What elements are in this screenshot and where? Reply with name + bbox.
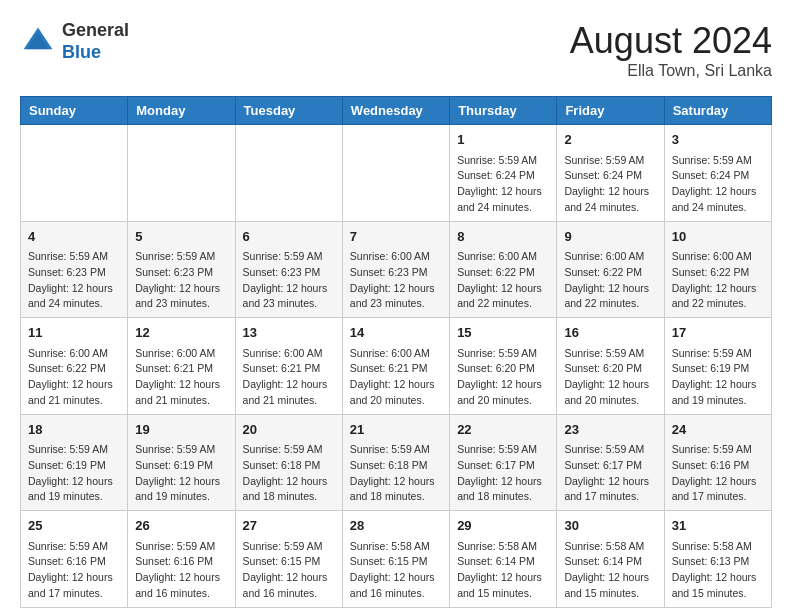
day-number: 26	[135, 516, 227, 536]
day-info: Sunrise: 5:59 AMSunset: 6:16 PMDaylight:…	[135, 539, 227, 602]
day-number: 3	[672, 130, 764, 150]
calendar-cell: 27Sunrise: 5:59 AMSunset: 6:15 PMDayligh…	[235, 511, 342, 608]
calendar-header-row: SundayMondayTuesdayWednesdayThursdayFrid…	[21, 97, 772, 125]
calendar-cell: 16Sunrise: 5:59 AMSunset: 6:20 PMDayligh…	[557, 318, 664, 415]
calendar-cell: 7Sunrise: 6:00 AMSunset: 6:23 PMDaylight…	[342, 221, 449, 318]
day-info: Sunrise: 6:00 AMSunset: 6:22 PMDaylight:…	[564, 249, 656, 312]
header-day-saturday: Saturday	[664, 97, 771, 125]
day-number: 10	[672, 227, 764, 247]
header-day-monday: Monday	[128, 97, 235, 125]
day-number: 8	[457, 227, 549, 247]
day-info: Sunrise: 6:00 AMSunset: 6:22 PMDaylight:…	[28, 346, 120, 409]
day-number: 19	[135, 420, 227, 440]
calendar-cell: 20Sunrise: 5:59 AMSunset: 6:18 PMDayligh…	[235, 414, 342, 511]
day-number: 29	[457, 516, 549, 536]
day-number: 22	[457, 420, 549, 440]
calendar-cell	[235, 125, 342, 222]
day-info: Sunrise: 5:59 AMSunset: 6:18 PMDaylight:…	[243, 442, 335, 505]
calendar-week-row: 18Sunrise: 5:59 AMSunset: 6:19 PMDayligh…	[21, 414, 772, 511]
header-day-thursday: Thursday	[450, 97, 557, 125]
day-number: 30	[564, 516, 656, 536]
calendar-cell: 14Sunrise: 6:00 AMSunset: 6:21 PMDayligh…	[342, 318, 449, 415]
day-info: Sunrise: 5:59 AMSunset: 6:23 PMDaylight:…	[135, 249, 227, 312]
day-info: Sunrise: 5:59 AMSunset: 6:15 PMDaylight:…	[243, 539, 335, 602]
day-info: Sunrise: 6:00 AMSunset: 6:21 PMDaylight:…	[135, 346, 227, 409]
day-info: Sunrise: 6:00 AMSunset: 6:21 PMDaylight:…	[350, 346, 442, 409]
day-info: Sunrise: 5:59 AMSunset: 6:24 PMDaylight:…	[457, 153, 549, 216]
day-number: 1	[457, 130, 549, 150]
day-info: Sunrise: 5:59 AMSunset: 6:19 PMDaylight:…	[135, 442, 227, 505]
calendar-cell: 22Sunrise: 5:59 AMSunset: 6:17 PMDayligh…	[450, 414, 557, 511]
calendar-week-row: 25Sunrise: 5:59 AMSunset: 6:16 PMDayligh…	[21, 511, 772, 608]
calendar-cell	[21, 125, 128, 222]
day-number: 16	[564, 323, 656, 343]
day-info: Sunrise: 6:00 AMSunset: 6:23 PMDaylight:…	[350, 249, 442, 312]
day-info: Sunrise: 5:59 AMSunset: 6:23 PMDaylight:…	[28, 249, 120, 312]
calendar-cell: 6Sunrise: 5:59 AMSunset: 6:23 PMDaylight…	[235, 221, 342, 318]
day-info: Sunrise: 5:59 AMSunset: 6:24 PMDaylight:…	[672, 153, 764, 216]
calendar-cell: 13Sunrise: 6:00 AMSunset: 6:21 PMDayligh…	[235, 318, 342, 415]
calendar-cell: 3Sunrise: 5:59 AMSunset: 6:24 PMDaylight…	[664, 125, 771, 222]
day-number: 13	[243, 323, 335, 343]
day-info: Sunrise: 5:58 AMSunset: 6:13 PMDaylight:…	[672, 539, 764, 602]
calendar-cell: 21Sunrise: 5:59 AMSunset: 6:18 PMDayligh…	[342, 414, 449, 511]
day-number: 25	[28, 516, 120, 536]
day-info: Sunrise: 5:59 AMSunset: 6:20 PMDaylight:…	[457, 346, 549, 409]
day-number: 28	[350, 516, 442, 536]
calendar-cell: 18Sunrise: 5:59 AMSunset: 6:19 PMDayligh…	[21, 414, 128, 511]
logo-text: General Blue	[62, 20, 129, 63]
calendar-cell: 23Sunrise: 5:59 AMSunset: 6:17 PMDayligh…	[557, 414, 664, 511]
day-number: 12	[135, 323, 227, 343]
calendar-cell: 26Sunrise: 5:59 AMSunset: 6:16 PMDayligh…	[128, 511, 235, 608]
day-info: Sunrise: 5:59 AMSunset: 6:23 PMDaylight:…	[243, 249, 335, 312]
day-info: Sunrise: 5:58 AMSunset: 6:15 PMDaylight:…	[350, 539, 442, 602]
calendar-week-row: 11Sunrise: 6:00 AMSunset: 6:22 PMDayligh…	[21, 318, 772, 415]
calendar-cell: 11Sunrise: 6:00 AMSunset: 6:22 PMDayligh…	[21, 318, 128, 415]
day-info: Sunrise: 5:59 AMSunset: 6:16 PMDaylight:…	[28, 539, 120, 602]
header-day-friday: Friday	[557, 97, 664, 125]
calendar-cell: 8Sunrise: 6:00 AMSunset: 6:22 PMDaylight…	[450, 221, 557, 318]
day-number: 20	[243, 420, 335, 440]
day-info: Sunrise: 6:00 AMSunset: 6:22 PMDaylight:…	[672, 249, 764, 312]
location: Ella Town, Sri Lanka	[570, 62, 772, 80]
day-info: Sunrise: 5:59 AMSunset: 6:18 PMDaylight:…	[350, 442, 442, 505]
day-number: 6	[243, 227, 335, 247]
calendar-cell: 24Sunrise: 5:59 AMSunset: 6:16 PMDayligh…	[664, 414, 771, 511]
day-info: Sunrise: 5:59 AMSunset: 6:20 PMDaylight:…	[564, 346, 656, 409]
day-number: 2	[564, 130, 656, 150]
day-info: Sunrise: 5:59 AMSunset: 6:17 PMDaylight:…	[457, 442, 549, 505]
day-number: 17	[672, 323, 764, 343]
calendar-cell: 29Sunrise: 5:58 AMSunset: 6:14 PMDayligh…	[450, 511, 557, 608]
calendar-cell: 10Sunrise: 6:00 AMSunset: 6:22 PMDayligh…	[664, 221, 771, 318]
month-year: August 2024	[570, 20, 772, 62]
day-info: Sunrise: 6:00 AMSunset: 6:22 PMDaylight:…	[457, 249, 549, 312]
calendar-cell	[128, 125, 235, 222]
day-info: Sunrise: 5:59 AMSunset: 6:24 PMDaylight:…	[564, 153, 656, 216]
header-day-sunday: Sunday	[21, 97, 128, 125]
day-number: 18	[28, 420, 120, 440]
day-info: Sunrise: 5:59 AMSunset: 6:19 PMDaylight:…	[672, 346, 764, 409]
calendar-cell: 25Sunrise: 5:59 AMSunset: 6:16 PMDayligh…	[21, 511, 128, 608]
day-info: Sunrise: 6:00 AMSunset: 6:21 PMDaylight:…	[243, 346, 335, 409]
calendar-cell: 2Sunrise: 5:59 AMSunset: 6:24 PMDaylight…	[557, 125, 664, 222]
calendar-cell: 31Sunrise: 5:58 AMSunset: 6:13 PMDayligh…	[664, 511, 771, 608]
day-info: Sunrise: 5:59 AMSunset: 6:16 PMDaylight:…	[672, 442, 764, 505]
calendar-cell: 9Sunrise: 6:00 AMSunset: 6:22 PMDaylight…	[557, 221, 664, 318]
day-info: Sunrise: 5:58 AMSunset: 6:14 PMDaylight:…	[564, 539, 656, 602]
calendar-cell: 30Sunrise: 5:58 AMSunset: 6:14 PMDayligh…	[557, 511, 664, 608]
calendar-cell	[342, 125, 449, 222]
day-number: 27	[243, 516, 335, 536]
day-number: 9	[564, 227, 656, 247]
calendar-cell: 12Sunrise: 6:00 AMSunset: 6:21 PMDayligh…	[128, 318, 235, 415]
day-number: 21	[350, 420, 442, 440]
header-day-tuesday: Tuesday	[235, 97, 342, 125]
header-day-wednesday: Wednesday	[342, 97, 449, 125]
day-number: 4	[28, 227, 120, 247]
calendar-cell: 19Sunrise: 5:59 AMSunset: 6:19 PMDayligh…	[128, 414, 235, 511]
day-number: 24	[672, 420, 764, 440]
day-info: Sunrise: 5:59 AMSunset: 6:17 PMDaylight:…	[564, 442, 656, 505]
day-number: 14	[350, 323, 442, 343]
day-info: Sunrise: 5:58 AMSunset: 6:14 PMDaylight:…	[457, 539, 549, 602]
calendar-cell: 5Sunrise: 5:59 AMSunset: 6:23 PMDaylight…	[128, 221, 235, 318]
day-number: 23	[564, 420, 656, 440]
